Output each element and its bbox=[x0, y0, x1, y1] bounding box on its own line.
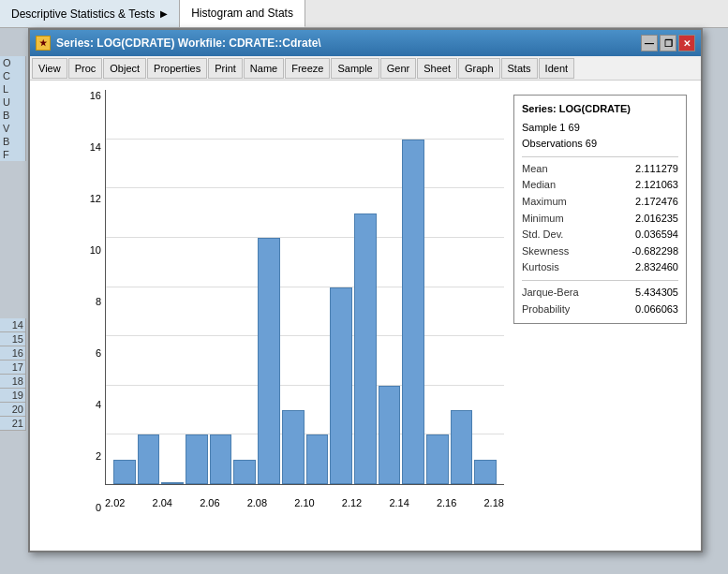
bg-item-c: C bbox=[0, 69, 25, 82]
stats-row-kurtosis: Kurtosis 2.832460 bbox=[522, 259, 678, 276]
stats-series-label: Series: LOG(CDRATE) bbox=[522, 101, 678, 118]
row-num-15: 15 bbox=[0, 332, 25, 346]
bar-5 bbox=[233, 460, 256, 484]
toolbar-object[interactable]: Object bbox=[103, 58, 146, 79]
stats-value-probability: 0.066063 bbox=[635, 302, 678, 318]
bg-item-b: B bbox=[0, 109, 25, 122]
menu-tab-histogram[interactable]: Histogram and Stats bbox=[180, 0, 305, 27]
x-label-7: 2.16 bbox=[437, 497, 456, 508]
bar-4 bbox=[210, 434, 232, 484]
stats-label-kurtosis: Kurtosis bbox=[522, 259, 559, 276]
stats-label-skewness: Skewness bbox=[522, 243, 569, 260]
window-controls: — ❐ ✕ bbox=[641, 35, 695, 52]
top-menu-bar: Descriptive Statistics & Tests ▶ Histogr… bbox=[0, 0, 728, 28]
bar-15 bbox=[474, 460, 497, 484]
stats-value-stddev: 0.036594 bbox=[635, 227, 678, 243]
chart-container: 0 2 4 6 8 10 12 14 16 bbox=[30, 81, 701, 551]
window-title: Series: LOG(CDRATE) Workfile: CDRATE::Cd… bbox=[56, 37, 635, 50]
stats-label-jarque: Jarque-Bera bbox=[522, 285, 579, 302]
window-toolbar: View Proc Object Properties Print Name F… bbox=[30, 56, 701, 81]
stats-row-minimum: Minimum 2.016235 bbox=[522, 211, 678, 228]
menu-tab-histogram-label: Histogram and Stats bbox=[191, 7, 293, 20]
x-label-4: 2.10 bbox=[294, 497, 314, 508]
toolbar-proc[interactable]: Proc bbox=[68, 58, 103, 79]
x-label-8: 2.18 bbox=[484, 497, 504, 508]
y-label-6: 6 bbox=[96, 347, 101, 359]
stats-value-minimum: 2.016235 bbox=[635, 211, 678, 228]
stats-label-maximum: Maximum bbox=[522, 194, 567, 211]
y-label-12: 12 bbox=[90, 193, 101, 204]
row-num-19: 19 bbox=[0, 389, 25, 403]
bar-9 bbox=[330, 287, 352, 485]
toolbar-sample[interactable]: Sample bbox=[331, 58, 379, 79]
bg-item-u: U bbox=[0, 96, 25, 109]
y-axis: 0 2 4 6 8 10 12 14 16 bbox=[72, 90, 105, 513]
bar-7 bbox=[282, 410, 305, 484]
x-label-1: 2.04 bbox=[153, 497, 172, 508]
stats-value-skewness: -0.682298 bbox=[631, 243, 678, 260]
bar-2 bbox=[161, 482, 184, 484]
toolbar-ident[interactable]: Ident bbox=[539, 58, 574, 79]
stats-value-kurtosis: 2.832460 bbox=[635, 259, 678, 276]
menu-tab-descriptive[interactable]: Descriptive Statistics & Tests ▶ bbox=[0, 0, 180, 27]
series-window: ★ Series: LOG(CDRATE) Workfile: CDRATE::… bbox=[28, 28, 703, 552]
toolbar-view[interactable]: View bbox=[32, 58, 67, 79]
stats-row-probability: Probability 0.066063 bbox=[522, 302, 678, 318]
chart-inner: 0 2 4 6 8 10 12 14 16 bbox=[72, 90, 691, 513]
bar-6 bbox=[258, 238, 280, 484]
stats-value-median: 2.121063 bbox=[635, 177, 678, 194]
stats-row-jarque: Jarque-Bera 5.434305 bbox=[522, 285, 678, 302]
x-label-3: 2.08 bbox=[247, 497, 267, 508]
toolbar-genr[interactable]: Genr bbox=[380, 58, 416, 79]
row-num-16: 16 bbox=[0, 346, 25, 361]
toolbar-name[interactable]: Name bbox=[244, 58, 284, 79]
y-label-8: 8 bbox=[96, 296, 101, 307]
series-icon: ★ bbox=[36, 36, 51, 51]
row-num-21: 21 bbox=[0, 417, 25, 431]
y-label-10: 10 bbox=[90, 244, 101, 256]
chart-plot bbox=[105, 90, 504, 485]
restore-button[interactable]: ❐ bbox=[660, 35, 676, 52]
toolbar-print[interactable]: Print bbox=[208, 58, 243, 79]
stats-sample-label: Sample 1 69 bbox=[522, 120, 678, 137]
y-label-2: 2 bbox=[96, 450, 101, 462]
bg-item-b2: B bbox=[0, 135, 25, 148]
toolbar-graph[interactable]: Graph bbox=[458, 58, 500, 79]
bar-13 bbox=[426, 434, 449, 484]
stats-divider-2 bbox=[522, 280, 678, 281]
row-num-14: 14 bbox=[0, 318, 25, 332]
stats-value-maximum: 2.172476 bbox=[635, 194, 678, 211]
bar-14 bbox=[451, 410, 473, 484]
minimize-button[interactable]: — bbox=[641, 35, 658, 52]
bg-item-l: L bbox=[0, 82, 25, 96]
toolbar-properties[interactable]: Properties bbox=[147, 58, 207, 79]
stats-value-mean: 2.111279 bbox=[635, 161, 678, 178]
x-label-5: 2.12 bbox=[342, 497, 362, 508]
x-label-0: 2.02 bbox=[105, 497, 125, 508]
stats-divider-1 bbox=[522, 156, 678, 157]
y-label-0: 0 bbox=[96, 502, 101, 513]
toolbar-freeze[interactable]: Freeze bbox=[285, 58, 330, 79]
x-label-2: 2.06 bbox=[200, 497, 219, 508]
close-button[interactable]: ✕ bbox=[678, 35, 695, 52]
row-num-20: 20 bbox=[0, 403, 25, 417]
bar-0 bbox=[113, 460, 136, 484]
bg-item-v: V bbox=[0, 122, 25, 135]
y-label-14: 14 bbox=[90, 141, 101, 153]
stats-row-mean: Mean 2.111279 bbox=[522, 161, 678, 178]
bars-container bbox=[106, 90, 504, 484]
row-num-18: 18 bbox=[0, 375, 25, 389]
bar-8 bbox=[306, 434, 329, 484]
stats-row-skewness: Skewness -0.682298 bbox=[522, 243, 678, 260]
menu-tab-descriptive-arrow: ▶ bbox=[160, 8, 168, 19]
stats-label-median: Median bbox=[522, 177, 556, 194]
stats-label-mean: Mean bbox=[522, 161, 548, 178]
bar-3 bbox=[186, 434, 208, 484]
toolbar-sheet[interactable]: Sheet bbox=[417, 58, 457, 79]
stats-label-minimum: Minimum bbox=[522, 211, 564, 228]
toolbar-stats[interactable]: Stats bbox=[501, 58, 538, 79]
row-num-17: 17 bbox=[0, 361, 25, 375]
bar-10 bbox=[354, 213, 377, 484]
stats-label-probability: Probability bbox=[522, 302, 570, 318]
bg-item-o: O bbox=[0, 56, 25, 69]
